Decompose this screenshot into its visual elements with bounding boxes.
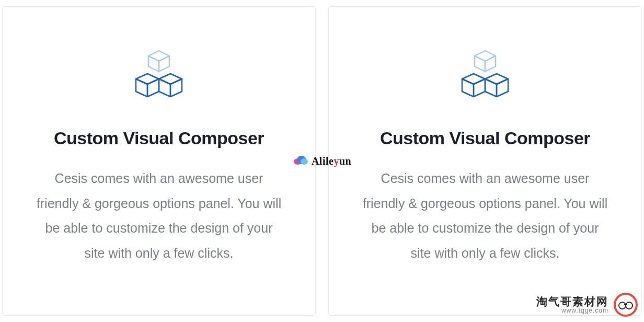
svg-marker-12 <box>462 74 485 84</box>
feature-card: Custom Visual Composer Cesis comes with … <box>2 6 316 316</box>
svg-marker-17 <box>497 79 508 97</box>
card-description: Cesis comes with an awesome user friendl… <box>33 166 284 266</box>
svg-marker-6 <box>159 74 182 84</box>
svg-marker-13 <box>462 79 474 97</box>
card-description: Cesis comes with an awesome user friendl… <box>360 166 611 266</box>
card-title: Custom Visual Composer <box>380 128 590 148</box>
cubes-icon <box>130 49 188 103</box>
svg-marker-4 <box>136 79 147 97</box>
svg-marker-3 <box>136 74 159 84</box>
svg-marker-15 <box>485 74 508 84</box>
svg-marker-2 <box>159 56 169 72</box>
cubes-icon <box>456 49 514 103</box>
svg-marker-8 <box>170 79 182 97</box>
cards-row: Custom Visual Composer Cesis comes with … <box>0 0 644 322</box>
svg-marker-5 <box>147 79 159 97</box>
svg-marker-9 <box>475 51 496 61</box>
feature-card: Custom Visual Composer Cesis comes with … <box>328 6 642 316</box>
card-title: Custom Visual Composer <box>54 128 264 148</box>
svg-marker-1 <box>148 56 159 72</box>
svg-marker-0 <box>148 51 169 61</box>
svg-marker-16 <box>485 79 497 97</box>
svg-marker-11 <box>485 56 496 72</box>
svg-marker-7 <box>159 79 170 97</box>
svg-marker-10 <box>475 56 485 72</box>
svg-marker-14 <box>474 79 485 97</box>
